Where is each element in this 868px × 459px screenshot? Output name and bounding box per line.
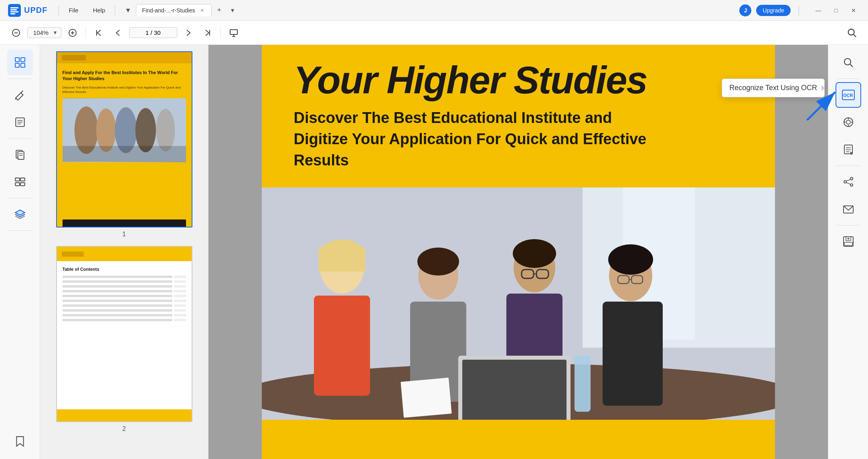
svg-point-15 [848,29,854,35]
window-controls: — □ ✕ [810,3,862,18]
pdf-image-area [262,187,775,420]
presentation-btn[interactable] [226,25,242,41]
sidebar-sep-1 [8,79,32,79]
svg-point-54 [417,248,459,276]
sidebar-item-layers[interactable] [7,201,33,227]
svg-rect-31 [15,178,20,181]
active-tab[interactable]: Find-and-...-r-Studies ✕ [136,4,211,16]
svg-point-87 [850,177,853,180]
right-search-icon [843,57,854,68]
tab-dropdown[interactable]: ▼ [121,4,134,16]
right-sidebar-email-btn[interactable] [836,196,861,222]
thumb-accent-1 [63,219,186,227]
new-tab-btn[interactable]: + [213,4,226,17]
zoom-in-btn[interactable] [65,25,81,41]
first-page-icon [94,28,103,37]
current-page[interactable]: 1 [146,29,149,36]
toolbar-div1 [85,27,86,38]
svg-rect-4 [10,13,15,14]
svg-point-86 [850,152,853,155]
minimize-btn[interactable]: — [810,3,826,18]
sidebar-item-edit[interactable] [7,82,33,108]
thumb-header-bar-1 [57,52,192,63]
toc-lines [57,276,192,321]
extract-icon [843,144,854,155]
zoom-value: 104% [31,29,51,36]
thumb-card-2[interactable]: Table of Contents [56,246,192,422]
svg-rect-17 [15,58,19,62]
thumb-page-1[interactable]: Find and Apply For the Best Institutes I… [56,51,192,238]
pdf-viewer: Your Higher Studies Discover The Best Ed… [208,45,828,459]
search-btn[interactable] [844,25,860,41]
next-page-btn[interactable] [180,25,196,41]
toc-line-9 [63,314,186,316]
title-bar-right: J Upgrade — □ ✕ [733,3,868,18]
sidebar-item-thumbnails[interactable] [7,50,33,75]
sidebar-item-annotate[interactable] [7,109,33,135]
svg-line-16 [854,34,856,36]
zoom-dropdown-icon[interactable]: ▼ [53,30,58,36]
svg-rect-70 [575,356,591,412]
right-sep-2 [836,165,860,166]
right-sidebar-extract-btn[interactable] [836,137,861,162]
zoom-out-btn[interactable] [8,25,24,41]
app-name: UPDF [24,6,47,15]
layers-icon [14,209,26,220]
last-page-btn[interactable] [200,25,216,41]
svg-point-41 [156,109,174,152]
thumb-card-1[interactable]: Find and Apply For the Best Institutes I… [56,51,192,227]
right-sidebar-scan-btn[interactable] [836,109,861,135]
sidebar-item-organize[interactable] [7,169,33,195]
right-sidebar-ocr-btn[interactable]: OCR [836,82,861,108]
updf-logo-icon [8,4,21,17]
maximize-btn[interactable]: □ [828,3,844,18]
menu-divider [59,6,59,15]
first-page-btn[interactable] [91,25,107,41]
svg-rect-49 [314,296,370,320]
share-icon [843,176,854,187]
right-sep-3 [836,225,860,225]
tab-list-btn[interactable]: ▾ [227,4,238,16]
thumbnails-icon [14,57,26,68]
svg-rect-68 [462,360,567,420]
prev-page-btn[interactable] [110,25,126,41]
zoom-in-icon [68,28,77,37]
ocr-tooltip-text: Recognize Text Using OCR [729,84,817,92]
search-icon [847,28,857,38]
sidebar-item-pages[interactable] [7,142,33,167]
annotate-icon [14,117,26,128]
tab-close-btn[interactable]: ✕ [198,7,206,14]
svg-rect-2 [10,9,17,10]
pdf-page-1: Your Higher Studies Discover The Best Ed… [262,45,775,459]
thumb-img-1 [63,98,186,162]
total-pages: 30 [154,29,161,36]
right-sidebar: OCR [828,45,868,459]
file-menu[interactable]: File [62,4,85,16]
upgrade-button[interactable]: Upgrade [756,5,791,16]
svg-rect-95 [844,242,852,246]
page-sep: / [151,29,152,36]
logo-area: UPDF [0,4,55,17]
right-sidebar-save-btn[interactable] [836,229,861,254]
svg-rect-12 [230,30,237,34]
sidebar-item-bookmark[interactable] [7,429,33,454]
user-avatar[interactable]: J [739,4,751,16]
zoom-out-icon [12,28,20,37]
thumb-toc-header [57,247,192,261]
tab-bar: ▼ Find-and-...-r-Studies ✕ + ▾ [118,4,733,17]
thumb-toc-page: Table of Contents [57,247,192,421]
thumb-number-2: 2 [122,425,126,433]
scan-icon [843,117,854,128]
close-btn[interactable]: ✕ [846,3,862,18]
right-sidebar-search-btn[interactable] [836,50,861,75]
sidebar-sep-3 [8,198,32,198]
thumbnail-panel[interactable]: Find and Apply For the Best Institutes I… [40,45,208,459]
svg-rect-1 [10,7,18,8]
help-menu[interactable]: Help [87,4,112,16]
right-sidebar-share-btn[interactable] [836,169,861,195]
thumb-page-2[interactable]: Table of Contents [56,246,192,433]
svg-point-77 [846,120,850,124]
sidebar-sep-bottom [8,230,32,231]
right-sep-1 [836,79,860,79]
svg-point-38 [96,109,115,152]
